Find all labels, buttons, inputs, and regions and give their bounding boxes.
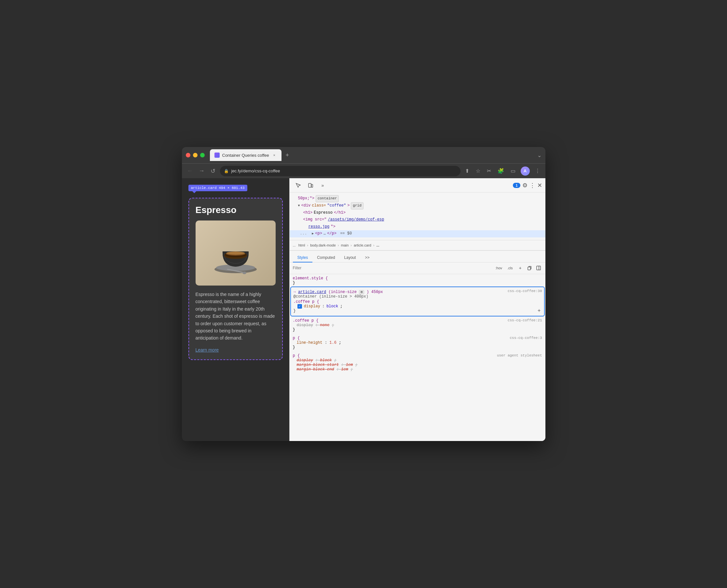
p-lineheight-body: line-height : 1.6 ;	[297, 340, 542, 345]
url-text: jec.fyi/demo/css-cq-coffee	[231, 168, 280, 173]
inline-size-badge: ⊞	[359, 290, 364, 294]
element-style-selector: element.style {	[293, 276, 328, 281]
sidebar-icon[interactable]: ▭	[509, 167, 517, 175]
user-agent-label: user agent stylesheet	[497, 354, 542, 358]
learn-more-link[interactable]: Learn more	[196, 347, 219, 353]
article-card-style-rule: → article.card (inline-size ⊞ ) 450px @c…	[290, 287, 545, 316]
tab-computed[interactable]: Computed	[312, 253, 339, 262]
article-card: Espresso	[188, 198, 283, 360]
dom-line-5-selected[interactable]: ... ▶ <p> … </p> == $0	[290, 230, 545, 237]
coffee-p-none-selector: .coffee p {	[293, 318, 319, 323]
dom-line-1: 50px;"> container	[293, 195, 542, 202]
bookmark-icon[interactable]: ☆	[474, 167, 482, 175]
copy-styles-button[interactable]	[526, 265, 533, 272]
browser-window: Container Queries coffee × + ⌄ ← → ↺ 🔒 j…	[182, 147, 545, 441]
svg-rect-9	[311, 184, 313, 187]
more-options-icon[interactable]: ⋮	[529, 182, 535, 189]
user-avatar[interactable]: A	[521, 167, 530, 175]
add-style-rule-button[interactable]: +	[517, 265, 524, 272]
inspect-icon	[296, 183, 301, 188]
devtools-panel: » 1 ⚙ ⋮ ✕ 50px;"> container ▼ <div class…	[289, 178, 545, 441]
tab-favicon-icon	[215, 152, 220, 158]
coffee-p-none-body: display : none ;	[297, 323, 542, 328]
minimize-traffic-light[interactable]	[193, 153, 198, 158]
styles-filter-bar: :hov .cls +	[290, 262, 545, 274]
back-button[interactable]: ←	[186, 166, 194, 175]
file-reference-1: css-cq-coffee:30	[508, 289, 542, 293]
lock-icon: 🔒	[224, 169, 229, 173]
coffee-p-selector: .coffee p {	[294, 299, 542, 304]
tab-close-button[interactable]: ×	[272, 152, 277, 158]
tab-more[interactable]: >>	[361, 253, 374, 262]
active-tab[interactable]: Container Queries coffee ×	[210, 149, 282, 161]
styles-tabs: Styles Computed Layout >>	[290, 251, 545, 262]
more-menu-icon[interactable]: ⋮	[534, 167, 542, 175]
card-description: Espresso is the name of a highly concent…	[196, 291, 276, 342]
display-block-checkbox[interactable]: ✓	[298, 304, 302, 309]
styles-content: element.style { } → article.card (inline…	[290, 274, 545, 441]
article-card-selector-link[interactable]: article.card	[298, 290, 326, 294]
devtools-toolbar: » 1 ⚙ ⋮ ✕	[290, 178, 545, 192]
dom-breadcrumbs: ... html › body.dark-mode › main › artic…	[290, 240, 545, 251]
filter-icons: +	[517, 265, 542, 272]
element-tooltip: article.card 494 × 601.43	[188, 185, 247, 191]
p-selector: p {	[293, 336, 300, 340]
settings-icon[interactable]: ⚙	[522, 182, 527, 189]
main-area: article.card 494 × 601.43 Espresso	[182, 178, 545, 441]
dom-line-3: <h1> Espresso </h1>	[293, 209, 542, 216]
share-icon[interactable]: ⬆	[464, 167, 470, 175]
url-bar[interactable]: 🔒 jec.fyi/demo/css-cq-coffee	[220, 166, 461, 176]
address-bar: ← → ↺ 🔒 jec.fyi/demo/css-cq-coffee ⬆ ☆ ✂…	[182, 163, 545, 178]
toggle-sidebar-button[interactable]	[535, 265, 542, 272]
breadcrumb-html[interactable]: html	[297, 243, 306, 248]
coffee-image	[196, 220, 276, 286]
cls-button[interactable]: .cls	[506, 266, 514, 271]
breadcrumb-main[interactable]: main	[339, 243, 350, 248]
refresh-button[interactable]: ↺	[209, 166, 217, 176]
device-toggle-button[interactable]	[305, 180, 316, 191]
webpage-preview: article.card 494 × 601.43 Espresso	[182, 178, 289, 441]
file-reference-3: css-cq-coffee:3	[510, 336, 542, 340]
svg-rect-8	[308, 184, 311, 187]
tab-styles[interactable]: Styles	[293, 253, 313, 262]
svg-rect-10	[528, 267, 530, 270]
breadcrumb-body[interactable]: body.dark-mode	[309, 243, 337, 248]
tab-layout[interactable]: Layout	[340, 253, 361, 262]
inspect-element-button[interactable]	[293, 180, 303, 191]
p-user-agent-body: display : block ; margin-block-start : 1…	[297, 358, 542, 372]
add-property-button[interactable]: +	[536, 308, 542, 314]
breadcrumb-more[interactable]: ...	[293, 243, 296, 247]
close-traffic-light[interactable]	[186, 153, 190, 158]
tab-title: Container Queries coffee	[222, 153, 269, 158]
svg-point-7	[242, 272, 246, 274]
svg-rect-11	[537, 266, 541, 270]
card-title: Espresso	[196, 205, 276, 215]
p-user-agent-rule: p { user agent stylesheet display : bloc…	[293, 354, 542, 372]
highlighted-style-body: ✓ display : block ;	[298, 304, 542, 309]
tab-area: Container Queries coffee × +	[210, 149, 535, 161]
traffic-lights	[186, 153, 205, 158]
breadcrumb-article[interactable]: article.card	[352, 243, 372, 248]
notification-badge: 1	[513, 183, 520, 188]
cut-icon[interactable]: ✂	[486, 167, 492, 175]
styles-filter-input[interactable]	[293, 266, 492, 270]
dom-inspector: 50px;"> container ▼ <div class= "coffee"…	[290, 192, 545, 240]
svg-point-5	[226, 251, 245, 255]
extension-icon[interactable]: 🧩	[496, 167, 505, 175]
breadcrumb-ellipsis[interactable]: ...	[375, 243, 380, 248]
coffee-p-none-rule: .coffee p { css-cq-coffee:21 display : n…	[293, 318, 542, 332]
dom-line-4b: resso.jpg ">	[293, 224, 542, 231]
container-rule: @container (inline-size > 400px)	[294, 294, 542, 299]
p-lineheight-rule: p { css-cq-coffee:3 line-height : 1.6 ; …	[293, 336, 542, 350]
pseudo-states-button[interactable]: :hov	[494, 266, 503, 271]
forward-button[interactable]: →	[198, 166, 206, 175]
p-user-agent-selector: p {	[293, 354, 300, 358]
device-icon	[308, 183, 313, 188]
maximize-traffic-light[interactable]	[200, 153, 205, 158]
chevron-more-button[interactable]: »	[318, 180, 328, 191]
new-tab-button[interactable]: +	[283, 151, 292, 160]
dom-line-2: ▼ <div class= "coffee" > grid	[293, 202, 542, 209]
devtools-close-button[interactable]: ✕	[537, 182, 542, 189]
window-chevron: ⌄	[537, 152, 542, 159]
dom-line-4: <img src=" /assets/img/demo/cof-esp	[293, 216, 542, 224]
